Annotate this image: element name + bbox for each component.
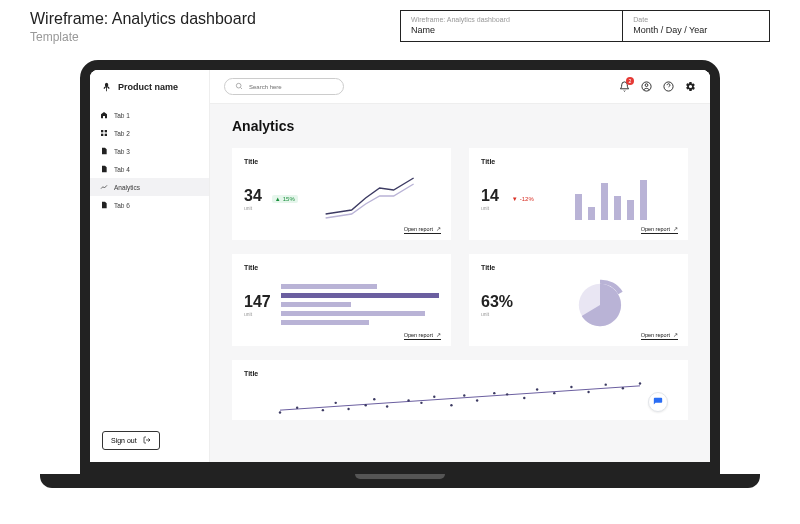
- svg-point-29: [523, 397, 525, 399]
- svg-point-28: [506, 393, 508, 395]
- sign-out-icon: [143, 436, 151, 445]
- svg-point-19: [373, 398, 375, 400]
- metric-unit: unit: [244, 311, 271, 317]
- user-button[interactable]: [640, 81, 652, 93]
- doc-icon: [100, 201, 108, 209]
- svg-rect-2: [101, 134, 103, 136]
- page-title: Wireframe: Analytics dashboard: [30, 10, 370, 28]
- open-report-link[interactable]: Open report ↗: [641, 332, 678, 340]
- metric-value: 14: [481, 187, 499, 205]
- search-icon: [235, 82, 243, 91]
- sidebar-item-4[interactable]: Analytics: [90, 178, 209, 196]
- external-link-icon: ↗: [436, 226, 441, 232]
- svg-point-36: [639, 382, 641, 384]
- topbar: 2: [210, 70, 710, 104]
- brand: Product name: [90, 70, 209, 106]
- svg-point-32: [570, 386, 572, 388]
- meta-date-label: Date: [633, 16, 759, 23]
- sidebar-item-label: Analytics: [114, 184, 140, 191]
- svg-point-5: [236, 83, 241, 88]
- svg-point-8: [645, 84, 648, 87]
- arrow-down-icon: ▼: [512, 196, 518, 202]
- sidebar-item-label: Tab 1: [114, 112, 130, 119]
- scatter-chart-icon: [244, 377, 676, 419]
- sidebar-item-0[interactable]: Tab 1: [90, 106, 209, 124]
- chat-fab[interactable]: [648, 392, 668, 412]
- hbar: [281, 302, 351, 307]
- hbar: [281, 293, 439, 298]
- hbar: [281, 320, 369, 325]
- bar: [614, 196, 621, 220]
- svg-point-15: [322, 409, 324, 411]
- svg-point-18: [365, 404, 367, 406]
- search-box[interactable]: [224, 78, 344, 95]
- svg-point-34: [605, 383, 607, 385]
- svg-rect-1: [105, 130, 107, 132]
- line-chart-icon: [308, 174, 439, 224]
- svg-point-25: [463, 394, 465, 396]
- svg-rect-0: [101, 130, 103, 132]
- svg-point-21: [407, 399, 409, 401]
- card-title: Title: [244, 370, 676, 377]
- svg-line-12: [280, 386, 640, 410]
- svg-point-27: [493, 392, 495, 394]
- sign-out-button[interactable]: Sign out: [102, 431, 160, 450]
- svg-point-30: [536, 388, 538, 390]
- meta-name-label: Name: [411, 25, 612, 35]
- sidebar-item-1[interactable]: Tab 2: [90, 124, 209, 142]
- external-link-icon: ↗: [673, 226, 678, 232]
- metric-value: 63%: [481, 293, 513, 311]
- svg-point-16: [335, 402, 337, 404]
- laptop-base: [40, 474, 760, 488]
- card-metric-bars: Title 14 unit ▼ -12%: [469, 148, 688, 240]
- meta-wireframe-label: Wireframe: Analytics dashboard: [411, 16, 612, 23]
- sidebar-item-label: Tab 3: [114, 148, 130, 155]
- sidebar-item-3[interactable]: Tab 4: [90, 160, 209, 178]
- doc-icon: [100, 165, 108, 173]
- svg-point-31: [553, 392, 555, 394]
- settings-button[interactable]: [684, 81, 696, 93]
- svg-line-6: [241, 88, 242, 89]
- meta-date-value: Month / Day / Year: [633, 25, 759, 35]
- home-icon: [100, 111, 108, 119]
- metric-value: 147: [244, 293, 271, 311]
- meta-box: Wireframe: Analytics dashboard Name Date…: [400, 10, 770, 42]
- sidebar-item-label: Tab 4: [114, 166, 130, 173]
- sidebar-item-2[interactable]: Tab 3: [90, 142, 209, 160]
- svg-point-17: [347, 408, 349, 410]
- bar-chart-icon: [547, 178, 676, 220]
- bar: [627, 200, 634, 220]
- open-report-link[interactable]: Open report ↗: [641, 226, 678, 234]
- search-input[interactable]: [249, 84, 333, 90]
- delta-badge: ▼ -12%: [509, 195, 537, 203]
- svg-point-24: [450, 404, 452, 406]
- svg-point-14: [296, 407, 298, 409]
- card-scatter-wide: Title: [232, 360, 688, 420]
- bar: [575, 194, 582, 219]
- sidebar-item-5[interactable]: Tab 6: [90, 196, 209, 214]
- laptop-frame: Product name Tab 1Tab 2Tab 3Tab 4Analyti…: [80, 60, 720, 480]
- sidebar-item-label: Tab 2: [114, 130, 130, 137]
- metric-unit: unit: [481, 311, 513, 317]
- external-link-icon: ↗: [436, 332, 441, 338]
- card-title: Title: [481, 264, 676, 271]
- card-title: Title: [481, 158, 676, 165]
- bar: [640, 180, 647, 220]
- card-title: Title: [244, 264, 439, 271]
- sidebar-item-label: Tab 6: [114, 202, 130, 209]
- card-metric-donut: Title 63% unit: [469, 254, 688, 346]
- open-report-link[interactable]: Open report ↗: [404, 332, 441, 340]
- external-link-icon: ↗: [673, 332, 678, 338]
- hbar-chart-icon: [281, 284, 439, 325]
- hbar: [281, 311, 425, 316]
- open-report-link[interactable]: Open report ↗: [404, 226, 441, 234]
- notifications-button[interactable]: 2: [618, 81, 630, 93]
- help-button[interactable]: [662, 81, 674, 93]
- grid-icon: [100, 129, 108, 137]
- svg-point-22: [420, 402, 422, 404]
- card-title: Title: [244, 158, 439, 165]
- svg-point-20: [386, 405, 388, 407]
- svg-point-23: [433, 396, 435, 398]
- sprout-icon: [102, 82, 112, 92]
- sidebar: Product name Tab 1Tab 2Tab 3Tab 4Analyti…: [90, 70, 210, 462]
